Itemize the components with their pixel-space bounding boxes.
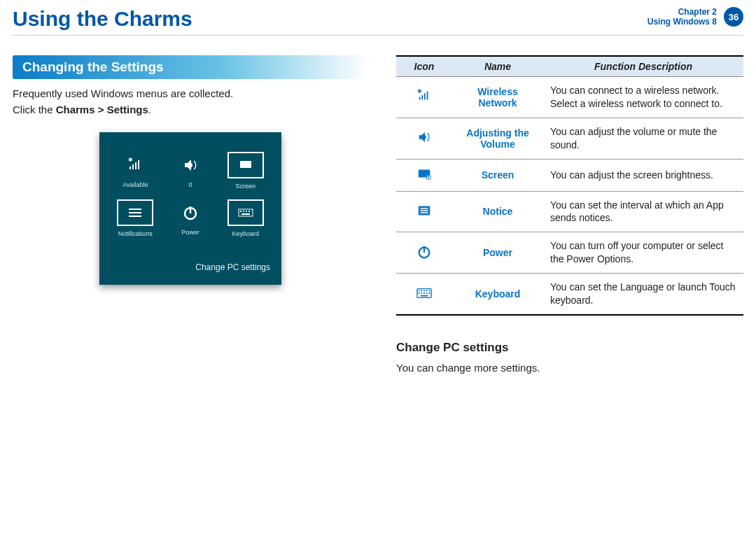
notifications-icon [117,199,153,226]
th-name: Name [452,56,543,77]
row-name: Notice [452,191,543,232]
screen-icon [227,152,264,178]
svg-rect-33 [421,295,428,296]
table-header-row: Icon Name Function Description [396,56,743,77]
table-row: Notice You can set the interval at which… [396,191,743,232]
power-icon [174,201,207,225]
header-right: Chapter 2 Using Windows 8 36 [648,7,743,27]
page-header: Using the Charms Chapter 2 Using Windows… [0,0,756,31]
right-column: Icon Name Function Description ✱ Wireles… [396,55,743,374]
svg-rect-10 [246,211,247,212]
tile-keyboard[interactable]: Keyboard [219,195,272,240]
table-row: Power You can turn off your computer or … [396,232,743,274]
section-heading: Changing the Settings [13,55,368,79]
svg-rect-27 [428,290,430,291]
tile-label: Notifications [118,230,153,237]
svg-rect-3 [129,212,141,213]
tile-label: Keyboard [232,230,259,237]
left-column: Changing the Settings Frequently used Wi… [13,55,368,374]
row-desc: You can set the Language or launch Touch… [543,274,743,315]
power-icon [396,232,452,274]
svg-rect-23 [419,290,420,291]
row-desc: You can adjust the volume or mute the so… [543,118,743,159]
intro-post: . [148,104,151,115]
svg-rect-17 [421,208,428,209]
content-columns: Changing the Settings Frequently used Wi… [0,36,756,374]
keyboard-icon [396,274,452,315]
th-icon: Icon [396,56,452,77]
table-row: Keyboard You can set the Language or lau… [396,274,743,315]
tile-label: Power [181,229,200,236]
svg-rect-2 [129,209,141,210]
settings-tiles: ✱ Available 0 Screen [99,145,281,243]
keyboard-icon [227,199,264,226]
row-desc: You can connect to a wireless network. S… [543,77,743,118]
svg-rect-30 [424,292,425,294]
svg-text:✱: ✱ [417,89,422,95]
row-name: Screen [452,159,543,191]
th-desc: Function Description [543,56,743,77]
sub-body: You can change more settings. [396,362,743,374]
settings-panel: ✱ Available 0 Screen [99,132,281,285]
intro-line-1: Frequently used Windows menus are collec… [13,86,368,101]
svg-rect-24 [421,290,422,291]
svg-rect-32 [428,292,430,294]
row-name: Adjusting the Volume [452,118,543,159]
svg-rect-28 [419,292,420,294]
volume-icon [174,153,207,177]
row-desc: You can adjust the screen brightness. [543,159,743,191]
svg-rect-12 [241,213,250,215]
tile-volume[interactable]: 0 [164,148,217,192]
page-title: Using the Charms [13,7,192,31]
row-name: Keyboard [452,274,543,315]
intro-pre: Click the [13,104,56,115]
wireless-icon: ✱ [396,77,452,118]
svg-rect-18 [421,210,428,211]
chapter-block: Chapter 2 Using Windows 8 [648,7,717,27]
function-table: Icon Name Function Description ✱ Wireles… [396,55,743,316]
tile-power[interactable]: Power [164,195,217,240]
svg-rect-19 [421,212,428,213]
tile-wireless[interactable]: ✱ Available [109,148,162,192]
intro-line-2: Click the Charms > Settings. [13,104,368,115]
svg-rect-8 [240,211,241,212]
table-row: Adjusting the Volume You can adjust the … [396,118,743,159]
change-pc-settings-link[interactable]: Change PC settings [99,243,281,279]
wireless-icon: ✱ [118,153,152,177]
svg-text:✱: ✱ [128,157,133,163]
svg-rect-1 [240,161,251,168]
row-desc: You can turn off your computer or select… [543,232,743,274]
svg-rect-11 [248,211,250,212]
tile-notifications[interactable]: Notifications [109,195,162,240]
volume-icon [396,118,452,159]
svg-rect-29 [421,292,422,294]
chapter-label: Chapter 2 [648,7,717,17]
table-row: Screen You can adjust the screen brightn… [396,159,743,191]
row-name: Wireless Network [452,77,543,118]
svg-rect-7 [239,209,253,216]
svg-rect-9 [243,211,244,212]
row-desc: You can set the interval at which an App… [543,191,743,232]
svg-rect-25 [424,290,425,291]
row-name: Power [452,232,543,274]
svg-rect-26 [426,290,428,291]
section-label: Using Windows 8 [648,17,717,27]
svg-rect-31 [426,292,428,294]
tile-label: Available [122,181,148,188]
page-number-badge: 36 [724,7,743,27]
table-row: ✱ Wireless Network You can connect to a … [396,77,743,118]
svg-rect-4 [129,216,141,217]
sub-heading: Change PC settings [396,341,743,355]
tile-label: Screen [235,183,255,190]
screen-icon [396,159,452,191]
tile-screen[interactable]: Screen [219,148,272,192]
intro-bold: Charms > Settings [56,104,148,115]
tile-label: 0 [188,181,192,188]
notice-icon [396,191,452,232]
